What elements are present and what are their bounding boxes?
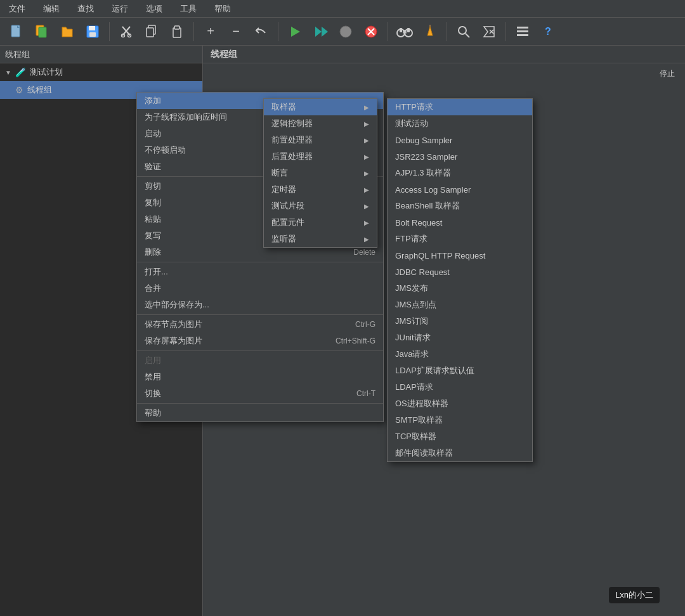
ctx-delete-shortcut: Delete [353,248,375,257]
ctx-sep3 [137,314,383,315]
sampler-java[interactable]: Java请求 [388,346,532,363]
sampler-os-label: OS进程取样器 [395,398,448,409]
sub-pre-processor[interactable]: 前置处理器 ▶ [264,132,377,148]
ctx-save-screen-label: 保存屏幕为图片 [145,335,202,347]
sub-timer[interactable]: 定时器 ▶ [264,181,377,198]
sampler-tcp[interactable]: TCP取样器 [388,428,532,445]
ctx-save-node-shortcut: Ctrl-G [355,320,375,329]
sampler-jms-p2p[interactable]: JMS点到点 [388,297,532,313]
sub-sampler-arrow: ▶ [364,104,369,111]
sampler-http-label: HTTP请求 [395,101,433,113]
sub-sampler-label: 取样器 [271,101,296,113]
ctx-save-selection[interactable]: 选中部分保存为... [137,297,383,313]
sampler-ftp-label: FTP请求 [395,233,427,245]
ctx-open[interactable]: 打开... [137,264,383,280]
ctx-toggle[interactable]: 切换 Ctrl-T [137,385,383,402]
ctx-dup-label: 复写 [145,230,161,241]
sub-post-label: 后置处理器 [271,151,313,162]
sampler-ldap-label: LDAP请求 [395,382,433,393]
ctx-validate-label: 验证 [145,161,161,172]
add-submenu: 取样器 ▶ 逻辑控制器 ▶ 前置处理器 ▶ 后置处理器 ▶ 断言 ▶ 定时器 ▶… [263,98,377,248]
sub-test-fragment[interactable]: 测试片段 ▶ [264,198,377,214]
sampler-jms-pub[interactable]: JMS发布 [388,280,532,297]
ctx-start-np-label: 不停顿启动 [145,144,186,156]
sub-pre-arrow: ▶ [364,137,369,144]
ctx-save-node-img[interactable]: 保存节点为图片 Ctrl-G [137,316,383,333]
ctx-toggle-label: 切换 [145,388,161,399]
sampler-ajp-label: AJP/1.3 取样器 [395,167,451,179]
context-overlay: 添加 ▶ 为子线程添加响应时间 启动 不停顿启动 验证 剪切 Ctrl-X 复制… [0,0,685,616]
sampler-mail-reader[interactable]: 邮件阅读取样器 [388,445,532,461]
sub-frag-arrow: ▶ [364,203,369,210]
ctx-merge[interactable]: 合并 [137,280,383,297]
ctx-enable: 启用 [137,352,383,369]
sub-post-arrow: ▶ [364,153,369,160]
ctx-copy-label: 复制 [145,197,161,209]
ctx-sep5 [137,403,383,404]
ctx-save-sel-label: 选中部分保存为... [145,299,209,311]
ctx-disable-label: 禁用 [145,371,161,383]
sub-assert-arrow: ▶ [364,170,369,177]
sub-assertion[interactable]: 断言 ▶ [264,165,377,181]
ctx-save-screen-img[interactable]: 保存屏幕为图片 Ctrl+Shift-G [137,333,383,349]
sub-pre-label: 前置处理器 [271,134,313,146]
sub-listen-label: 监听器 [271,233,296,245]
sub-timer-label: 定时器 [271,184,296,195]
sampler-bolt-label: Bolt Request [395,218,442,228]
sub-listen-arrow: ▶ [364,236,369,243]
sampler-ajp[interactable]: AJP/1.3 取样器 [388,165,532,181]
sampler-beanshell-label: BeanShell 取样器 [395,200,460,212]
sampler-ldap[interactable]: LDAP请求 [388,379,532,395]
ctx-cut-label: 剪切 [145,181,161,192]
sampler-access-log[interactable]: Access Log Sampler [388,181,532,198]
ctx-save-screen-shortcut: Ctrl+Shift-G [336,337,375,345]
sampler-graphql-label: GraphQL HTTP Request [395,251,485,260]
sampler-ldap-ext[interactable]: LDAP扩展请求默认值 [388,363,532,379]
sampler-ftp[interactable]: FTP请求 [388,231,532,247]
sampler-jsr223[interactable]: JSR223 Sampler [388,148,532,165]
sampler-os[interactable]: OS进程取样器 [388,395,532,412]
sub-frag-label: 测试片段 [271,200,304,212]
ctx-delete-label: 删除 [145,247,161,258]
sampler-jsr223-label: JSR223 Sampler [395,152,457,162]
sampler-test-action-label: 测试活动 [395,118,428,129]
sub-post-processor[interactable]: 后置处理器 ▶ [264,148,377,165]
sampler-bolt[interactable]: Bolt Request [388,214,532,231]
ctx-add-label: 添加 [145,95,161,106]
sampler-jmsp2p-label: JMS点到点 [395,299,436,311]
sampler-jms-sub[interactable]: JMS订阅 [388,313,532,330]
ctx-sep2 [137,262,383,262]
sampler-tcp-label: TCP取样器 [395,431,436,442]
ctx-toggle-shortcut: Ctrl-T [356,389,375,398]
sub-logic-ctrl[interactable]: 逻辑控制器 ▶ [264,115,377,132]
sub-config-arrow: ▶ [364,219,369,226]
sampler-http[interactable]: HTTP请求 [388,99,532,115]
ctx-help[interactable]: 帮助 [137,405,383,421]
sampler-access-log-label: Access Log Sampler [395,185,471,195]
sampler-graphql[interactable]: GraphQL HTTP Request [388,247,532,264]
ctx-start-label: 启动 [145,128,161,139]
sampler-smtp[interactable]: SMTP取样器 [388,412,532,428]
ctx-disable[interactable]: 禁用 [137,369,383,385]
sampler-junit[interactable]: JUnit请求 [388,330,532,346]
ctx-merge-label: 合并 [145,283,161,294]
sub-listener[interactable]: 监听器 ▶ [264,231,377,247]
sampler-jmssub-label: JMS订阅 [395,316,428,327]
sampler-test-action[interactable]: 测试活动 [388,115,532,132]
sampler-smtp-label: SMTP取样器 [395,414,443,426]
sampler-jdbc[interactable]: JDBC Request [388,264,532,280]
watermark: Lxn的小二 [609,587,660,603]
sampler-submenu: HTTP请求 测试活动 Debug Sampler JSR223 Sampler… [387,98,533,462]
sub-timer-arrow: ▶ [364,186,369,193]
ctx-save-node-label: 保存节点为图片 [145,319,202,330]
sub-sampler[interactable]: 取样器 ▶ [264,99,377,115]
sampler-mail-label: 邮件阅读取样器 [395,447,453,459]
ctx-open-label: 打开... [145,266,168,278]
sampler-jmspub-label: JMS发布 [395,283,428,294]
sampler-beanshell[interactable]: BeanShell 取样器 [388,198,532,214]
sampler-debug[interactable]: Debug Sampler [388,132,532,148]
sub-config-element[interactable]: 配置元件 ▶ [264,214,377,231]
sampler-junit-label: JUnit请求 [395,332,431,343]
ctx-add-rt-label: 为子线程添加响应时间 [145,112,227,123]
ctx-paste-label: 粘贴 [145,214,161,225]
